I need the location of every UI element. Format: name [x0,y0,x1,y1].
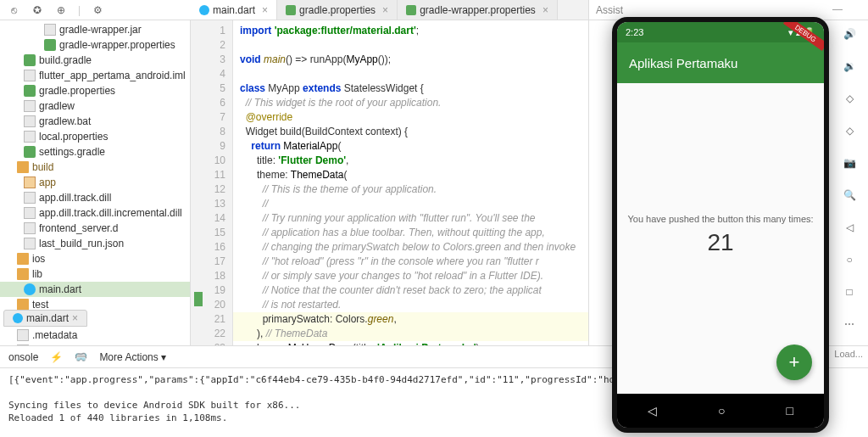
gradle-icon [24,54,36,66]
tree-item-label: app.dill.track.dill.incremental.dill [39,207,182,219]
file-icon [24,222,36,234]
tree-item[interactable]: build [0,160,190,175]
gutter: 1234567891011121314151617181920212223242… [191,20,233,360]
top-toolbar: ⎋ ✪ ⊕ | ⚙ [0,0,191,20]
tree-item[interactable]: frontend_server.d [0,221,190,236]
tree-item[interactable]: last_build_run.json [0,236,190,251]
emu-tool-button[interactable]: ○ [841,251,858,268]
console-tool[interactable]: 🥽 [73,350,89,365]
emu-tool-button[interactable]: ◇ [841,122,858,139]
emulator-toolbar: 🔊🔉◇◇📷🔍◁○□⋯ [836,25,863,333]
emu-tool-button[interactable]: 🔍 [841,187,858,204]
dart-icon [13,313,23,323]
folder-icon [17,161,29,173]
tab-label: gradle-wrapper.properties [420,4,536,16]
emu-tool-button[interactable]: □ [841,283,858,300]
tree-item[interactable]: gradle-wrapper.properties [0,37,190,53]
emu-tool-button[interactable]: ◇ [841,90,858,107]
compass-icon[interactable]: ✪ [31,3,44,17]
close-icon[interactable]: × [382,4,388,16]
tree-item-label: app.dill.track.dill [39,192,111,204]
tree-item-label: app [39,176,56,188]
tree-item-label: .metadata [32,329,77,341]
tree-item-label: gradle.properties [39,85,115,97]
tree-item[interactable]: settings.gradle [0,144,190,160]
gradle-icon [44,39,56,51]
emu-tool-button[interactable]: 🔉 [841,58,858,75]
console-tool[interactable]: ⚡ [48,350,64,365]
emu-fab-button[interactable]: + [776,345,812,380]
gradle-icon [24,85,36,97]
tree-item-label: build [32,161,53,173]
emu-tool-button[interactable]: 🔊 [841,25,858,42]
emulator: 2:23 ▾ ▴ 🔋 DEBUG Aplikasi Pertamaku You … [612,17,829,433]
tree-item[interactable]: lib [0,266,190,282]
file-icon [44,24,56,36]
toolbar-sep: | [78,4,81,16]
tree-item[interactable]: flutter_app_pertama_android.iml [0,68,190,83]
tree-item-label: flutter_app_pertama_android.iml [39,70,186,81]
emu-nav-button[interactable]: ◁ [648,404,657,417]
dart-icon [199,5,209,15]
tree-item-label: local.properties [39,131,108,143]
gradle-icon [24,146,36,158]
emu-counter: 21 [707,229,733,256]
tree-item[interactable]: .metadata [0,328,190,343]
emu-app-title: Aplikasi Pertamaku [629,56,737,70]
editor-tab[interactable]: gradle.properties× [277,0,398,20]
open-file-tab[interactable]: main.dart × [3,310,87,327]
tree-item-label: gradle-wrapper.jar [59,24,142,36]
emu-nav-button[interactable]: □ [787,404,793,417]
tree-item-label: ios [32,253,45,265]
tree-item[interactable]: build.gradle [0,53,190,68]
change-marker [194,292,203,306]
close-icon[interactable]: × [72,312,78,324]
tree-item[interactable]: local.properties [0,129,190,144]
emu-tool-button[interactable]: 📷 [841,154,858,171]
file-icon [17,329,29,341]
folder-icon [17,253,29,265]
target-icon[interactable]: ⊕ [54,3,68,17]
tree-item[interactable]: app.dill.track.dill [0,190,190,205]
emu-tool-button[interactable]: ⋯ [841,316,858,333]
tree-item-label: settings.gradle [39,146,105,158]
tree-item[interactable]: gradlew.bat [0,114,190,129]
tree-item-label: build.gradle [39,54,92,66]
emu-body-msg: You have pushed the button this many tim… [627,214,813,224]
tree-item-label: main.dart [39,283,81,295]
tab-label: gradle.properties [299,4,376,16]
minimize-icon[interactable]: — [832,3,843,15]
file-icon [24,192,36,204]
tree-item-label: frontend_server.d [39,222,118,234]
tree-item-label: lib [32,268,42,280]
nav-icon[interactable]: ⎋ [7,3,20,17]
tree-item[interactable]: app.dill.track.dill.incremental.dill [0,205,190,221]
console-tool[interactable]: onsole [7,350,40,365]
tab-label: main.dart [213,4,255,16]
tree-item[interactable]: gradlew [0,98,190,114]
editor-tab[interactable]: gradle-wrapper.properties× [398,0,558,20]
project-tree[interactable]: gradle-wrapper.jargradle-wrapper.propert… [0,20,191,360]
gear-icon[interactable]: ⚙ [91,3,104,17]
tree-item[interactable]: ios [0,251,190,266]
tree-item-label: gradle-wrapper.properties [59,39,175,51]
emulator-screen[interactable]: 2:23 ▾ ▴ 🔋 DEBUG Aplikasi Pertamaku You … [617,22,824,428]
tree-item[interactable]: gradle.properties [0,83,190,98]
emu-tool-button[interactable]: ◁ [841,219,858,236]
close-icon[interactable]: × [542,4,548,16]
emu-nav-button[interactable]: ○ [718,404,725,417]
emu-appbar: Aplikasi Pertamaku [617,42,824,83]
console-tool[interactable]: More Actions ▾ [97,350,168,365]
tree-item[interactable]: gradle-wrapper.jar [0,22,190,37]
editor-tab[interactable]: main.dart× [191,0,277,20]
file-icon [24,115,36,127]
tree-item-label: gradlew.bat [39,115,91,127]
folder-icon [17,268,29,280]
file-icon [24,131,36,143]
folder-o-icon [24,176,36,188]
gradle-icon [286,5,296,15]
tree-item[interactable]: app [0,175,190,190]
emu-nav-bar[interactable]: ◁○□ [617,394,824,428]
close-icon[interactable]: × [262,4,268,16]
tree-item[interactable]: main.dart [0,282,190,297]
